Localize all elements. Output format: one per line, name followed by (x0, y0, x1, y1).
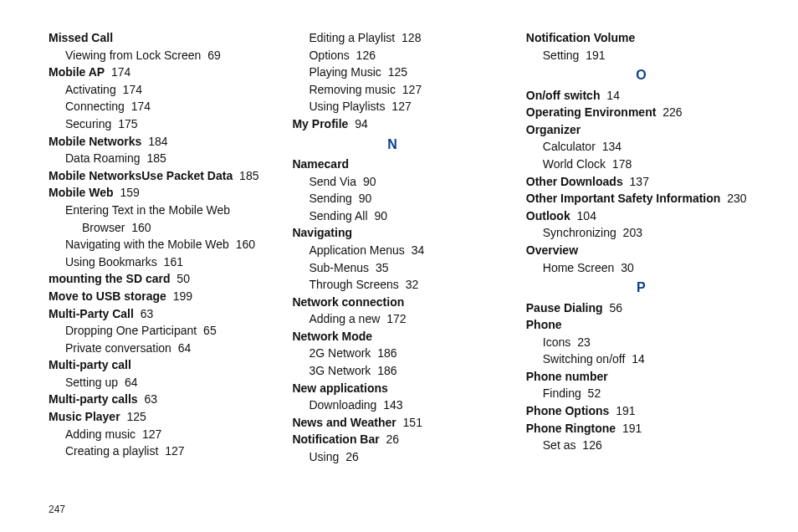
index-entry-text: Pause Dialing (526, 301, 603, 315)
index-entry: Finding 52 (526, 386, 756, 402)
index-entry: Sending 90 (292, 191, 492, 207)
index-entry-text: Using (309, 450, 339, 463)
index-entry-text: Navigating (292, 226, 352, 239)
index-page: Missed CallViewing from Lock Screen 69Mo… (0, 0, 798, 532)
index-entry-page: 127 (139, 427, 161, 441)
index-entry-page: 30 (617, 261, 633, 274)
index-entry-page: 127 (399, 83, 422, 96)
index-entry-text: Data Roaming (65, 151, 141, 165)
index-entry: Home Screen 30 (526, 260, 756, 277)
index-entry-page: 127 (161, 444, 184, 458)
index-entry-page: 90 (371, 209, 387, 223)
index-entry-page: 134 (599, 140, 622, 153)
index-entry: Multi-party call (49, 357, 258, 374)
index-entry-page: 191 (582, 49, 605, 62)
index-entry: Using 26 (292, 449, 492, 466)
index-entry: Adding a new 172 (292, 311, 492, 328)
index-entry-text: Home Screen (543, 261, 615, 274)
index-entry-text: On/off switch (526, 89, 601, 102)
section-letter: N (292, 136, 492, 154)
index-entry: Overview (526, 243, 756, 259)
index-entry: Browser 160 (49, 220, 258, 237)
index-entry-text: Network connection (292, 295, 404, 309)
index-entry: Operating Environment 226 (526, 105, 756, 121)
index-entry-text: Send Via (309, 175, 356, 188)
index-entry: Mobile AP 174 (49, 64, 258, 81)
index-entry: Outlook 104 (526, 208, 756, 225)
index-entry-page: 174 (120, 83, 142, 96)
index-entry: Navigating with the Mobile Web 160 (49, 237, 258, 253)
index-entry-page: 23 (574, 335, 590, 349)
index-entry-text: Sending (309, 192, 351, 205)
index-entry-page: 63 (141, 392, 157, 406)
index-entry: Creating a playlist 127 (49, 443, 258, 460)
index-entry-text: Phone Ringtone (526, 422, 616, 435)
index-entry: Music Player 125 (49, 409, 258, 426)
index-entry-page: 178 (609, 157, 632, 171)
index-entry: Private conversation 64 (49, 340, 258, 357)
index-entry-page: 64 (175, 341, 191, 355)
index-entry-page: 137 (627, 175, 649, 188)
index-entry-page: 128 (398, 31, 421, 44)
index-entry: Multi-Party Call 63 (49, 306, 258, 323)
index-entry-text: Namecard (292, 157, 349, 171)
index-entry: Dropping One Participant 65 (49, 323, 258, 340)
index-entry-page: 14 (628, 352, 644, 366)
index-entry: Pause Dialing 56 (526, 300, 756, 317)
index-entry-page: 125 (124, 410, 146, 423)
index-entry-page: 65 (200, 324, 216, 337)
index-entry-text: Mobile AP (49, 65, 105, 79)
index-entry-page: 125 (385, 65, 407, 79)
index-entry-page: 50 (173, 272, 189, 285)
index-entry: Editing a Playlist 128 (292, 30, 492, 47)
index-entry: Organizer (526, 122, 756, 139)
index-entry-page: 199 (170, 289, 192, 303)
index-entry-text: Calculator (543, 140, 596, 153)
index-col-1: Missed CallViewing from Lock Screen 69Mo… (49, 30, 258, 497)
index-entry-text: Multi-party call (49, 358, 131, 371)
index-entry: Adding music 127 (49, 427, 258, 443)
index-entry-page: 94 (351, 117, 367, 130)
index-entry-page: 14 (603, 89, 619, 102)
index-entry: Sub-Menus 35 (292, 260, 492, 277)
index-entry: Synchronizing 203 (526, 225, 756, 242)
index-entry-text: Browser (82, 221, 125, 234)
index-entry: Setting 191 (526, 48, 756, 64)
index-entry-text: Navigating with the Mobile Web (65, 238, 229, 251)
index-entry-text: Multi-party calls (49, 392, 138, 406)
index-entry-text: Switching on/off (543, 352, 626, 366)
index-entry-text: Outlook (526, 209, 570, 223)
index-entry-text: Finding (543, 386, 581, 400)
index-entry: Notification Volume (526, 30, 756, 47)
index-entry: Playing Music 125 (292, 64, 492, 81)
index-entry-page: 160 (233, 238, 255, 251)
index-entry-text: Move to USB storage (49, 289, 166, 303)
index-entry-text: Sending All (309, 209, 367, 223)
index-entry-text: Playing Music (309, 65, 381, 79)
index-entry-page: 26 (383, 432, 399, 446)
index-entry-text: Phone number (526, 370, 608, 383)
index-entry-page: 174 (108, 65, 130, 79)
index-entry-page: 191 (619, 422, 642, 435)
index-entry-text: Synchronizing (543, 226, 616, 239)
index-entry-text: Dropping One Participant (65, 324, 197, 337)
index-col-2: Editing a Playlist 128Options 126Playing… (292, 30, 492, 497)
index-entry-page: 126 (353, 49, 376, 62)
index-entry-text: Organizer (526, 123, 581, 136)
index-entry-text: Icons (543, 335, 570, 349)
index-entry-text: Phone (526, 318, 562, 331)
index-entry-text: Notification Volume (526, 31, 635, 44)
index-entry-page: 35 (372, 261, 388, 274)
index-entry-page: 26 (342, 450, 358, 463)
index-entry: Application Menus 34 (292, 243, 492, 259)
index-col-3: Notification VolumeSetting 191OOn/off sw… (526, 30, 756, 497)
index-entry: Network connection (292, 294, 492, 311)
section-letter: O (526, 66, 756, 84)
index-entry: Phone Ringtone 191 (526, 421, 756, 437)
index-entry-text: Using Playlists (309, 100, 385, 113)
index-entry-page: 127 (388, 100, 411, 113)
index-entry: 2G Network 186 (292, 345, 492, 362)
index-entry-text: Mobile NetworksUse Packet Data (49, 169, 233, 182)
index-entry-text: New applications (292, 381, 387, 395)
index-entry-page: 172 (383, 312, 406, 325)
